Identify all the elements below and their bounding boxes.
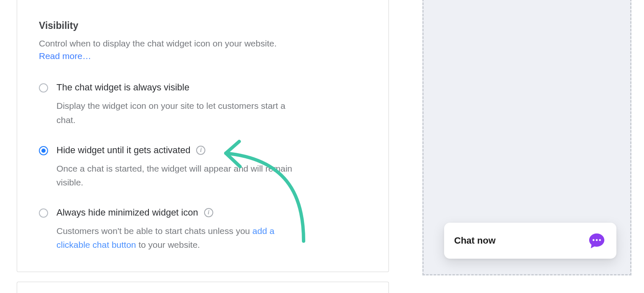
option-label: Hide widget until it gets activated <box>56 145 190 156</box>
option-label: The chat widget is always visible <box>56 82 189 93</box>
next-section-card-top <box>17 282 389 293</box>
chat-fab-label: Chat now <box>454 235 496 246</box>
section-subtitle: Control when to display the chat widget … <box>39 37 367 49</box>
info-icon[interactable] <box>196 146 205 155</box>
option-desc: Display the widget icon on your site to … <box>56 99 295 127</box>
option-always-visible[interactable]: The chat widget is always visible Displa… <box>39 82 367 127</box>
option-hide-until-activated[interactable]: Hide widget until it gets activated Once… <box>39 145 367 190</box>
visibility-options-group: The chat widget is always visible Displa… <box>39 82 367 252</box>
read-more-link[interactable]: Read more… <box>39 51 91 61</box>
svg-point-2 <box>599 239 601 241</box>
visibility-section-card: Visibility Control when to display the c… <box>17 0 389 272</box>
chat-bubble-icon <box>587 231 606 250</box>
option-desc-pre: Customers won't be able to start chats u… <box>56 226 253 236</box>
svg-point-1 <box>596 239 598 241</box>
svg-point-0 <box>593 239 595 241</box>
option-always-hide-minimized[interactable]: Always hide minimized widget icon Custom… <box>39 207 367 252</box>
radio-always-visible[interactable] <box>39 83 48 93</box>
preview-panel: Chat now <box>422 0 631 275</box>
radio-hide-until-activated[interactable] <box>39 146 48 155</box>
info-icon[interactable] <box>204 208 213 217</box>
option-label: Always hide minimized widget icon <box>56 207 198 218</box>
option-desc: Once a chat is started, the widget will … <box>56 162 295 190</box>
radio-always-hide-minimized[interactable] <box>39 208 48 218</box>
section-title: Visibility <box>39 20 367 31</box>
option-desc: Customers won't be able to start chats u… <box>56 224 295 252</box>
chat-fab[interactable]: Chat now <box>444 223 616 259</box>
option-desc-post: to your website. <box>136 240 200 249</box>
